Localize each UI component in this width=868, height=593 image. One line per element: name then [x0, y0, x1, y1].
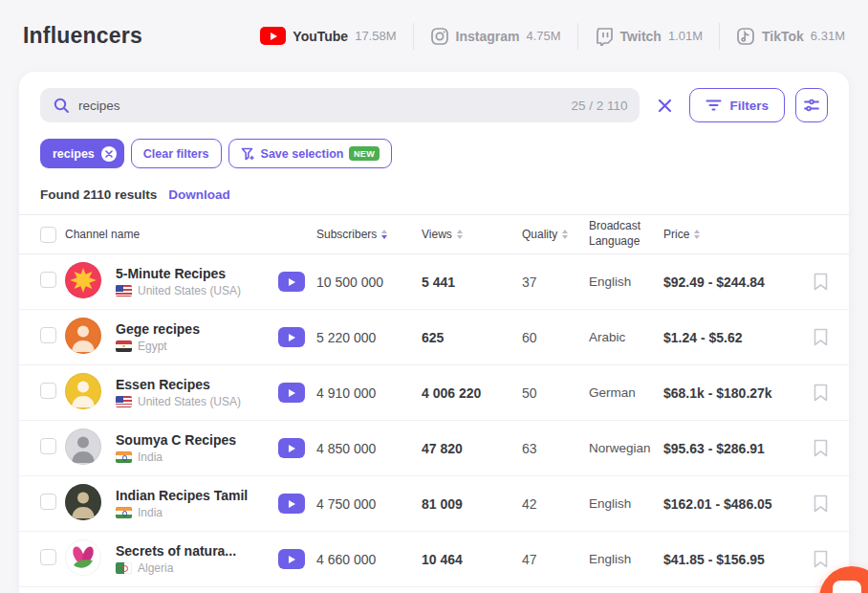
sort-icon-quality[interactable]	[562, 230, 568, 239]
views-value: 10 464	[422, 552, 522, 567]
platform-stats: YouTube 17.58M Instagram 4.75M Twitch 1.…	[244, 23, 845, 50]
channel-country: Egypt	[138, 340, 167, 353]
subscribers-value: 4 850 000	[316, 441, 422, 456]
row-checkbox[interactable]	[40, 383, 56, 399]
channel-country-row: India	[116, 506, 278, 519]
views-value: 47 820	[422, 441, 522, 456]
search-input[interactable]	[78, 99, 562, 113]
platform-count: 6.31M	[811, 29, 845, 43]
sort-icon-views[interactable]	[457, 230, 463, 239]
quality-value: 47	[522, 552, 589, 567]
quality-value: 63	[522, 441, 589, 456]
platform-tab-twitch[interactable]: Twitch 1.01M	[578, 27, 719, 46]
table-row[interactable]: Essen Recipes United States (USA) 4 910 …	[19, 365, 849, 421]
table-row[interactable]: 5-Minute Recipes United States (USA) 10 …	[19, 254, 849, 310]
table-row[interactable]: Gege recipes Egypt 5 220 000 625 60 Arab…	[19, 310, 849, 365]
bookmark-icon	[814, 273, 828, 291]
youtube-play-badge[interactable]	[278, 272, 305, 292]
youtube-play-badge[interactable]	[278, 549, 305, 569]
sort-icon-price[interactable]	[694, 230, 700, 239]
select-all-checkbox[interactable]	[40, 227, 56, 243]
funnel-plus-icon	[241, 147, 255, 161]
filter-lines-icon	[705, 99, 722, 112]
country-flag-icon	[116, 451, 132, 463]
channel-country: Algeria	[138, 561, 173, 575]
language-value: English	[589, 552, 663, 566]
youtube-icon	[260, 27, 286, 45]
bookmark-icon	[814, 550, 828, 568]
twitch-icon	[595, 27, 614, 46]
bookmark-button[interactable]	[807, 328, 828, 346]
table-row[interactable]: Indian Recipes Tamil India 4 750 000 81 …	[19, 476, 849, 532]
top-header: Influencers YouTube 17.58M Instagram 4.7…	[0, 0, 868, 72]
platform-tab-instagram[interactable]: Instagram 4.75M	[414, 27, 577, 46]
subscribers-value: 4 750 000	[316, 496, 422, 512]
quality-value: 60	[522, 330, 589, 345]
found-results-text: Found 2110 results	[40, 187, 157, 202]
row-checkbox[interactable]	[40, 494, 56, 510]
sort-icon-subscribers[interactable]	[381, 230, 387, 239]
search-result-count: 25 / 2 110	[571, 99, 627, 113]
row-checkbox[interactable]	[40, 549, 56, 565]
channel-name[interactable]: Soumya C Recipes	[116, 432, 278, 448]
filters-button[interactable]: Filters	[689, 88, 785, 122]
platform-tab-youtube[interactable]: YouTube 17.58M	[244, 27, 412, 45]
bookmark-button[interactable]	[807, 550, 828, 568]
platform-count: 4.75M	[526, 29, 560, 43]
bookmark-button[interactable]	[807, 273, 828, 291]
clear-search-button[interactable]	[650, 91, 679, 120]
bookmark-button[interactable]	[807, 384, 828, 402]
clear-filters-button[interactable]: Clear filters	[131, 139, 222, 168]
quality-value: 37	[522, 275, 589, 290]
chat-bubble-icon	[833, 581, 861, 593]
select-all-cell	[40, 227, 65, 243]
table-header: Channel name Subscribers Views Quality B…	[19, 214, 849, 254]
youtube-play-badge[interactable]	[278, 494, 305, 514]
results-summary: Found 2110 results Download	[19, 168, 849, 214]
table-row[interactable]: Soumya C Recipes India 4 850 000 47 820 …	[19, 421, 849, 476]
save-selection-button[interactable]: Save selection NEW	[228, 139, 392, 168]
table-row[interactable]: Secrets of natura... Algeria 4 660 000 1…	[19, 532, 849, 587]
page-title: Influencers	[23, 23, 142, 49]
subscribers-value: 4 910 000	[316, 385, 422, 401]
bookmark-icon	[814, 439, 828, 457]
language-value: English	[589, 275, 663, 289]
channel-country-row: United States (USA)	[116, 284, 278, 297]
channel-country: United States (USA)	[138, 284, 241, 297]
row-checkbox[interactable]	[40, 272, 56, 288]
country-flag-icon	[116, 340, 132, 352]
bookmark-button[interactable]	[807, 494, 828, 513]
channel-name[interactable]: 5-Minute Recipes	[116, 266, 278, 281]
header-quality[interactable]: Quality	[522, 228, 589, 241]
main-card: 25 / 2 110 Filters recipes	[19, 72, 849, 593]
filters-label: Filters	[729, 99, 769, 113]
channel-avatar	[65, 428, 101, 465]
bookmark-button[interactable]	[807, 439, 828, 457]
platform-label: Instagram	[456, 29, 520, 44]
filter-chip-recipes[interactable]: recipes	[40, 139, 124, 168]
youtube-play-badge[interactable]	[278, 383, 305, 403]
views-value: 81 009	[422, 496, 522, 512]
youtube-play-badge[interactable]	[278, 438, 305, 458]
header-price[interactable]: Price	[663, 228, 807, 241]
header-subscribers[interactable]: Subscribers	[316, 228, 422, 241]
quality-value: 42	[522, 496, 589, 512]
channel-name[interactable]: Secrets of natura...	[116, 543, 278, 559]
column-settings-button[interactable]	[795, 88, 828, 122]
channel-name[interactable]: Essen Recipes	[116, 377, 278, 392]
channel-name[interactable]: Gege recipes	[116, 321, 278, 337]
price-value: $95.63 - $286.91	[663, 441, 807, 456]
bookmark-icon	[814, 328, 828, 346]
search-box[interactable]: 25 / 2 110	[40, 88, 640, 122]
remove-filter-icon[interactable]	[101, 146, 117, 162]
channel-country-row: Algeria	[116, 561, 278, 575]
new-badge: NEW	[349, 146, 379, 161]
header-views[interactable]: Views	[422, 228, 522, 241]
row-checkbox[interactable]	[40, 438, 56, 454]
row-checkbox[interactable]	[40, 327, 56, 343]
channel-name[interactable]: Indian Recipes Tamil	[116, 488, 278, 503]
platform-tab-tiktok[interactable]: TikTok 6.31M	[720, 27, 845, 46]
youtube-play-badge[interactable]	[278, 327, 305, 347]
download-link[interactable]: Download	[168, 187, 230, 202]
close-icon	[658, 99, 672, 113]
